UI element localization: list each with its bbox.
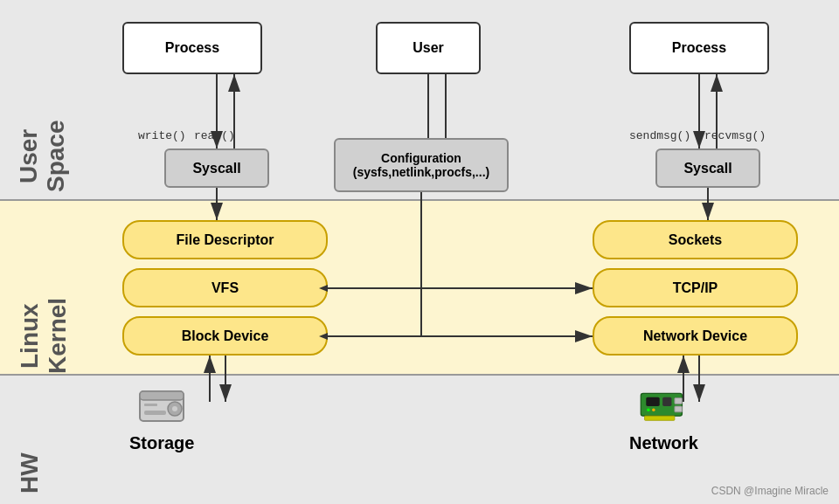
configuration-box: Configuration (sysfs,netlink,procfs,...): [334, 138, 509, 192]
network-label: Network: [629, 433, 698, 453]
block-device-box: Block Device: [122, 316, 328, 356]
recvmsg-label: recvmsg(): [704, 129, 766, 142]
diagram: User Space Linux Kernel HW Process Proce…: [0, 0, 839, 504]
svg-rect-11: [645, 416, 675, 420]
process-left-box: Process: [122, 22, 262, 74]
read-label: read(): [194, 129, 235, 142]
svg-rect-10: [663, 397, 672, 406]
kernel-label: Linux Kernel: [16, 217, 72, 374]
process-right-box: Process: [629, 22, 769, 74]
vfs-box: VFS: [122, 268, 328, 307]
svg-rect-7: [675, 398, 683, 404]
sendmsg-label: sendmsg(): [629, 129, 690, 142]
svg-rect-4: [144, 411, 166, 415]
svg-point-3: [172, 406, 177, 411]
write-label: write(): [138, 129, 186, 142]
svg-point-12: [648, 409, 650, 411]
sockets-box: Sockets: [593, 220, 798, 259]
network-hw-item: Network: [629, 384, 698, 453]
storage-icon: [135, 384, 188, 428]
svg-point-13: [653, 409, 655, 411]
storage-hw-item: Storage: [129, 384, 194, 453]
tcp-ip-box: TCP/IP: [593, 268, 798, 307]
svg-rect-9: [647, 397, 660, 406]
hw-label: HW: [16, 380, 44, 494]
file-descriptor-box: File Descriptor: [122, 220, 328, 259]
watermark: CSDN @Imagine Miracle: [711, 485, 829, 497]
svg-rect-8: [675, 406, 683, 412]
user-space-label: User Space: [16, 9, 70, 192]
network-icon: [637, 384, 690, 428]
storage-label: Storage: [129, 433, 194, 453]
svg-rect-1: [140, 391, 184, 400]
syscall-left-box: Syscall: [164, 148, 269, 188]
user-box: User: [376, 22, 481, 74]
network-device-box: Network Device: [593, 316, 798, 356]
svg-rect-5: [144, 404, 157, 406]
syscall-right-box: Syscall: [655, 148, 760, 188]
